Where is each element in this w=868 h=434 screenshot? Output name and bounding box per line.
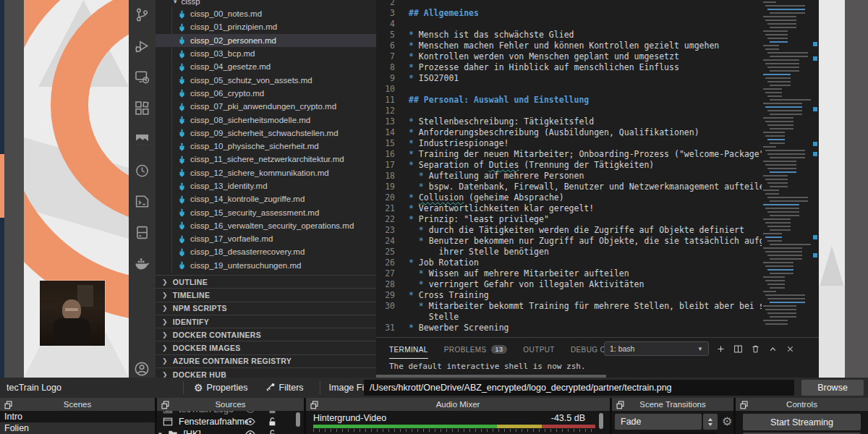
chevron-up-icon (708, 418, 712, 421)
sidebar-section-docker-images[interactable]: ❯DOCKER IMAGES (156, 341, 376, 354)
line-content: Stelle (409, 312, 459, 323)
scene-item-intro[interactable]: Intro (0, 411, 155, 422)
line-content: * Prinzip: "least privilege" (409, 214, 549, 225)
properties-button[interactable]: ⚙ Properties (194, 382, 248, 393)
file-name: cissp_00_notes.md (190, 9, 262, 18)
time-icon[interactable] (134, 161, 151, 179)
minimap-line (765, 294, 805, 296)
file-row[interactable]: cissp_18_desasterrecovery.md (156, 245, 376, 258)
file-row[interactable]: cissp_08_sicherheitsmodelle.md (156, 113, 376, 126)
scene-transitions-header[interactable]: Scene Transitions (612, 398, 733, 411)
file-row[interactable]: cissp_06_crypto.md (156, 87, 376, 100)
sidebar-section-identify[interactable]: ❯IDENTIFY (156, 315, 376, 328)
file-row[interactable]: cissp_12_sichere_kommunikation.md (156, 166, 376, 179)
divider (183, 381, 184, 394)
browse-button[interactable]: Browse (801, 380, 864, 396)
editor-pane[interactable]: 23## Allgemeines45* Mensch ist das schwä… (376, 0, 819, 337)
folder-label: cissp (182, 0, 200, 6)
markdown-file-icon (177, 234, 187, 244)
mixer-scrollbar[interactable] (599, 413, 603, 429)
docker-icon[interactable] (134, 255, 151, 272)
scene-item-folien[interactable]: Folien (0, 422, 155, 434)
terminal-output: The default interactive shell is now zsh… (389, 362, 586, 371)
sidebar-section-azure-container-registry[interactable]: ❯AZURE CONTAINER REGISTRY (156, 354, 376, 367)
line-number: 3 (376, 8, 395, 19)
remote-explorer-icon[interactable] (134, 68, 151, 85)
file-row[interactable]: cissp_03_bcp.md (156, 47, 376, 60)
minimap[interactable] (762, 0, 812, 337)
close-panel-icon[interactable] (786, 344, 795, 354)
terminal-tab-problems[interactable]: PROBLEMS13 (444, 341, 508, 357)
file-name: cissp_06_crypto.md (190, 89, 264, 98)
meter-segment (542, 425, 595, 428)
account-icon[interactable] (133, 360, 150, 378)
activity-bar (129, 0, 156, 378)
controls-header[interactable]: Controls (736, 398, 868, 411)
file-row[interactable]: cissp_02_personen.md (156, 34, 376, 47)
source-item[interactable]: ▾[HK] (157, 427, 304, 434)
file-row[interactable]: cissp_17_vorfaelle.md (156, 232, 376, 245)
chevron-right-icon: ❯ (162, 357, 168, 365)
kill-terminal-icon[interactable] (751, 344, 760, 354)
popout-icon (310, 400, 319, 409)
eye-icon[interactable] (245, 429, 255, 434)
file-row[interactable]: cissp_00_notes.md (156, 7, 376, 20)
file-row[interactable]: cissp_13_identity.md (156, 179, 376, 192)
sidebar-section-timeline[interactable]: ❯TIMELINE (156, 288, 376, 301)
popout-icon (739, 400, 749, 409)
media-preview-icon[interactable] (134, 130, 151, 148)
file-row[interactable]: cissp_10_physische_sicherheit.md (156, 140, 376, 153)
filters-button[interactable]: Filters (265, 382, 304, 394)
sidebar-section-outline[interactable]: ❯OUTLINE (156, 275, 376, 288)
chevron-down-icon: ▾ (158, 430, 162, 434)
terminal-shell-select[interactable]: 1: bash ▼ (604, 341, 709, 356)
storage-icon[interactable] (134, 224, 151, 241)
sidebar-section-npm-scripts[interactable]: ❯NPM SCRIPTS (156, 302, 376, 315)
file-row[interactable]: cissp_11_sichere_netzwerkarchitektur.md (156, 153, 376, 166)
webcam-video[interactable] (40, 281, 105, 346)
eye-icon[interactable] (245, 417, 255, 427)
file-row[interactable]: cissp_14_kontrolle_zugriffe.md (156, 192, 376, 205)
folder-row-cissp[interactable]: ▾ cissp (156, 0, 376, 7)
file-row[interactable]: cissp_05_schutz_von_assets.md (156, 73, 376, 86)
unlock-icon[interactable] (267, 411, 277, 414)
unlock-icon[interactable] (267, 417, 277, 427)
image-file-input[interactable]: /Users/hkrott/OneDrive/ABZ_encrypted/log… (364, 380, 794, 396)
extensions-icon[interactable] (134, 99, 151, 116)
transition-select[interactable]: Fade (615, 414, 702, 430)
transition-gear-icon[interactable]: ⚙ (722, 414, 732, 428)
desktop-dark-strip-right (845, 0, 868, 378)
line-number: 28 (376, 279, 395, 290)
file-row[interactable]: cissp_09_sicherheit_schwachstellen.md (156, 127, 376, 140)
terminal-tab-terminal[interactable]: TERMINAL (389, 341, 428, 357)
file-row[interactable]: cissp_01_prinzipien.md (156, 20, 376, 33)
audio-mixer-header[interactable]: Audio Mixer (306, 398, 610, 411)
line-number: 30 (376, 301, 395, 312)
file-row[interactable]: cissp_19_untersuchungen.md (156, 259, 376, 272)
file-row[interactable]: cissp_07_pki_anwendungen_crypto.md (156, 100, 376, 113)
markdown-file-icon (177, 128, 187, 137)
terminal-view-icon[interactable] (134, 192, 151, 210)
file-row[interactable]: cissp_15_security_assessment.md (156, 205, 376, 218)
line-content: * Separation of Duties (Trennung der Tät… (409, 160, 654, 171)
file-row[interactable]: cissp_04_gesetze.md (156, 60, 376, 73)
source-item[interactable]: Fensteraufnahme (157, 415, 304, 427)
terminal-tab-output[interactable]: OUTPUT (523, 341, 555, 357)
transition-spinner[interactable] (703, 414, 718, 430)
start-streaming-button[interactable]: Start Streaming (743, 414, 861, 430)
minimap-line (770, 27, 796, 28)
scenes-header[interactable]: Scenes (0, 398, 155, 411)
eye-icon[interactable] (245, 411, 255, 414)
split-terminal-icon[interactable] (733, 344, 743, 354)
markdown-file-icon (177, 221, 187, 230)
run-debug-icon[interactable] (134, 37, 151, 54)
line-content: * Collusion (geheime Absprache) (409, 192, 564, 203)
new-terminal-icon[interactable] (716, 344, 726, 354)
source-control-icon[interactable] (134, 6, 151, 23)
unlock-icon[interactable] (267, 429, 277, 434)
file-row[interactable]: cissp_16_verwalten_security_operations.m… (156, 219, 376, 232)
collapse-panel-icon[interactable] (768, 344, 778, 354)
line-content: * Stellenbeschreibung: Tätigkeitsfeld (409, 116, 594, 127)
sidebar-section-docker-containers[interactable]: ❯DOCKER CONTAINERS (156, 328, 376, 341)
sources-header[interactable]: Sources (157, 398, 304, 411)
